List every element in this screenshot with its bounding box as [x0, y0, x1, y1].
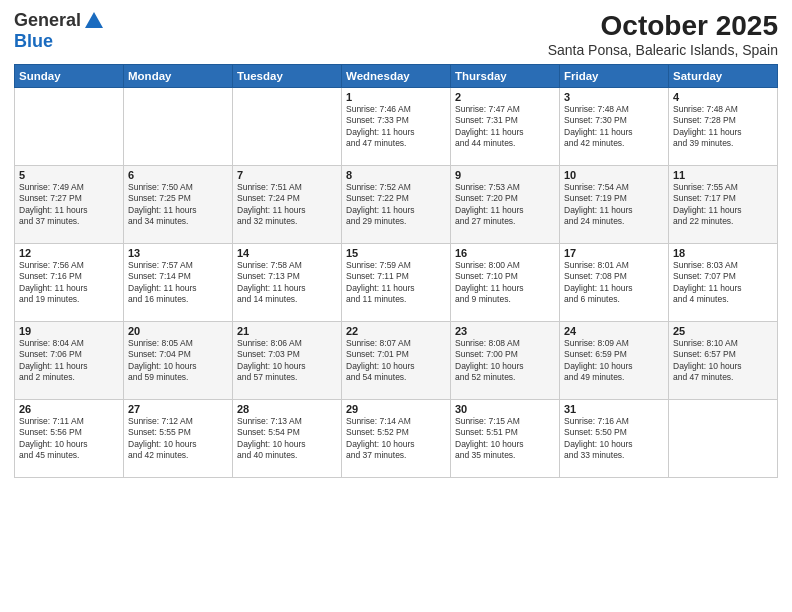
day-info: Sunrise: 7:13 AM Sunset: 5:54 PM Dayligh… — [237, 416, 337, 462]
day-info: Sunrise: 8:08 AM Sunset: 7:00 PM Dayligh… — [455, 338, 555, 384]
day-number: 12 — [19, 247, 119, 259]
day-number: 3 — [564, 91, 664, 103]
svg-marker-0 — [85, 12, 103, 28]
day-number: 29 — [346, 403, 446, 415]
day-info: Sunrise: 8:00 AM Sunset: 7:10 PM Dayligh… — [455, 260, 555, 306]
table-row: 17Sunrise: 8:01 AM Sunset: 7:08 PM Dayli… — [560, 244, 669, 322]
day-number: 26 — [19, 403, 119, 415]
day-info: Sunrise: 7:54 AM Sunset: 7:19 PM Dayligh… — [564, 182, 664, 228]
logo-general: General — [14, 11, 81, 31]
day-number: 22 — [346, 325, 446, 337]
day-number: 27 — [128, 403, 228, 415]
table-row: 27Sunrise: 7:12 AM Sunset: 5:55 PM Dayli… — [124, 400, 233, 478]
day-number: 1 — [346, 91, 446, 103]
day-number: 5 — [19, 169, 119, 181]
table-row: 3Sunrise: 7:48 AM Sunset: 7:30 PM Daylig… — [560, 88, 669, 166]
day-number: 21 — [237, 325, 337, 337]
day-info: Sunrise: 7:53 AM Sunset: 7:20 PM Dayligh… — [455, 182, 555, 228]
table-row: 15Sunrise: 7:59 AM Sunset: 7:11 PM Dayli… — [342, 244, 451, 322]
day-number: 17 — [564, 247, 664, 259]
day-info: Sunrise: 7:16 AM Sunset: 5:50 PM Dayligh… — [564, 416, 664, 462]
location: Santa Ponsa, Balearic Islands, Spain — [548, 42, 778, 58]
day-number: 24 — [564, 325, 664, 337]
day-number: 8 — [346, 169, 446, 181]
logo-icon — [83, 10, 105, 32]
day-info: Sunrise: 7:12 AM Sunset: 5:55 PM Dayligh… — [128, 416, 228, 462]
day-info: Sunrise: 7:11 AM Sunset: 5:56 PM Dayligh… — [19, 416, 119, 462]
table-row: 14Sunrise: 7:58 AM Sunset: 7:13 PM Dayli… — [233, 244, 342, 322]
table-row: 20Sunrise: 8:05 AM Sunset: 7:04 PM Dayli… — [124, 322, 233, 400]
day-number: 10 — [564, 169, 664, 181]
table-row: 19Sunrise: 8:04 AM Sunset: 7:06 PM Dayli… — [15, 322, 124, 400]
calendar-week-row: 1Sunrise: 7:46 AM Sunset: 7:33 PM Daylig… — [15, 88, 778, 166]
day-number: 28 — [237, 403, 337, 415]
table-row: 22Sunrise: 8:07 AM Sunset: 7:01 PM Dayli… — [342, 322, 451, 400]
calendar-week-row: 26Sunrise: 7:11 AM Sunset: 5:56 PM Dayli… — [15, 400, 778, 478]
table-row: 21Sunrise: 8:06 AM Sunset: 7:03 PM Dayli… — [233, 322, 342, 400]
table-row — [15, 88, 124, 166]
table-row: 9Sunrise: 7:53 AM Sunset: 7:20 PM Daylig… — [451, 166, 560, 244]
title-block: October 2025 Santa Ponsa, Balearic Islan… — [548, 10, 778, 58]
day-info: Sunrise: 8:07 AM Sunset: 7:01 PM Dayligh… — [346, 338, 446, 384]
logo-blue: Blue — [14, 31, 53, 51]
day-number: 23 — [455, 325, 555, 337]
day-number: 18 — [673, 247, 773, 259]
col-wednesday: Wednesday — [342, 65, 451, 88]
table-row: 18Sunrise: 8:03 AM Sunset: 7:07 PM Dayli… — [669, 244, 778, 322]
day-info: Sunrise: 7:58 AM Sunset: 7:13 PM Dayligh… — [237, 260, 337, 306]
col-tuesday: Tuesday — [233, 65, 342, 88]
day-info: Sunrise: 7:51 AM Sunset: 7:24 PM Dayligh… — [237, 182, 337, 228]
day-number: 19 — [19, 325, 119, 337]
day-info: Sunrise: 7:47 AM Sunset: 7:31 PM Dayligh… — [455, 104, 555, 150]
day-number: 13 — [128, 247, 228, 259]
day-number: 6 — [128, 169, 228, 181]
day-info: Sunrise: 7:48 AM Sunset: 7:28 PM Dayligh… — [673, 104, 773, 150]
day-info: Sunrise: 7:57 AM Sunset: 7:14 PM Dayligh… — [128, 260, 228, 306]
table-row: 25Sunrise: 8:10 AM Sunset: 6:57 PM Dayli… — [669, 322, 778, 400]
day-number: 31 — [564, 403, 664, 415]
day-info: Sunrise: 8:09 AM Sunset: 6:59 PM Dayligh… — [564, 338, 664, 384]
logo: General Blue — [14, 10, 105, 52]
table-row: 24Sunrise: 8:09 AM Sunset: 6:59 PM Dayli… — [560, 322, 669, 400]
day-number: 2 — [455, 91, 555, 103]
day-info: Sunrise: 7:52 AM Sunset: 7:22 PM Dayligh… — [346, 182, 446, 228]
day-info: Sunrise: 7:48 AM Sunset: 7:30 PM Dayligh… — [564, 104, 664, 150]
calendar-week-row: 19Sunrise: 8:04 AM Sunset: 7:06 PM Dayli… — [15, 322, 778, 400]
table-row: 13Sunrise: 7:57 AM Sunset: 7:14 PM Dayli… — [124, 244, 233, 322]
table-row: 30Sunrise: 7:15 AM Sunset: 5:51 PM Dayli… — [451, 400, 560, 478]
table-row: 5Sunrise: 7:49 AM Sunset: 7:27 PM Daylig… — [15, 166, 124, 244]
day-number: 15 — [346, 247, 446, 259]
day-number: 14 — [237, 247, 337, 259]
day-number: 9 — [455, 169, 555, 181]
col-monday: Monday — [124, 65, 233, 88]
table-row: 8Sunrise: 7:52 AM Sunset: 7:22 PM Daylig… — [342, 166, 451, 244]
table-row: 16Sunrise: 8:00 AM Sunset: 7:10 PM Dayli… — [451, 244, 560, 322]
col-friday: Friday — [560, 65, 669, 88]
day-number: 20 — [128, 325, 228, 337]
table-row: 26Sunrise: 7:11 AM Sunset: 5:56 PM Dayli… — [15, 400, 124, 478]
day-info: Sunrise: 7:56 AM Sunset: 7:16 PM Dayligh… — [19, 260, 119, 306]
day-info: Sunrise: 7:15 AM Sunset: 5:51 PM Dayligh… — [455, 416, 555, 462]
table-row: 28Sunrise: 7:13 AM Sunset: 5:54 PM Dayli… — [233, 400, 342, 478]
table-row: 2Sunrise: 7:47 AM Sunset: 7:31 PM Daylig… — [451, 88, 560, 166]
day-info: Sunrise: 8:10 AM Sunset: 6:57 PM Dayligh… — [673, 338, 773, 384]
table-row — [124, 88, 233, 166]
calendar-week-row: 5Sunrise: 7:49 AM Sunset: 7:27 PM Daylig… — [15, 166, 778, 244]
table-row: 10Sunrise: 7:54 AM Sunset: 7:19 PM Dayli… — [560, 166, 669, 244]
table-row — [233, 88, 342, 166]
day-info: Sunrise: 7:14 AM Sunset: 5:52 PM Dayligh… — [346, 416, 446, 462]
table-row: 23Sunrise: 8:08 AM Sunset: 7:00 PM Dayli… — [451, 322, 560, 400]
table-row: 31Sunrise: 7:16 AM Sunset: 5:50 PM Dayli… — [560, 400, 669, 478]
day-info: Sunrise: 8:06 AM Sunset: 7:03 PM Dayligh… — [237, 338, 337, 384]
day-info: Sunrise: 7:59 AM Sunset: 7:11 PM Dayligh… — [346, 260, 446, 306]
day-info: Sunrise: 8:01 AM Sunset: 7:08 PM Dayligh… — [564, 260, 664, 306]
day-info: Sunrise: 8:05 AM Sunset: 7:04 PM Dayligh… — [128, 338, 228, 384]
header: General Blue October 2025 Santa Ponsa, B… — [14, 10, 778, 58]
page-container: General Blue October 2025 Santa Ponsa, B… — [0, 0, 792, 612]
table-row: 12Sunrise: 7:56 AM Sunset: 7:16 PM Dayli… — [15, 244, 124, 322]
table-row: 29Sunrise: 7:14 AM Sunset: 5:52 PM Dayli… — [342, 400, 451, 478]
table-row: 7Sunrise: 7:51 AM Sunset: 7:24 PM Daylig… — [233, 166, 342, 244]
day-number: 25 — [673, 325, 773, 337]
calendar-header-row: Sunday Monday Tuesday Wednesday Thursday… — [15, 65, 778, 88]
table-row: 4Sunrise: 7:48 AM Sunset: 7:28 PM Daylig… — [669, 88, 778, 166]
